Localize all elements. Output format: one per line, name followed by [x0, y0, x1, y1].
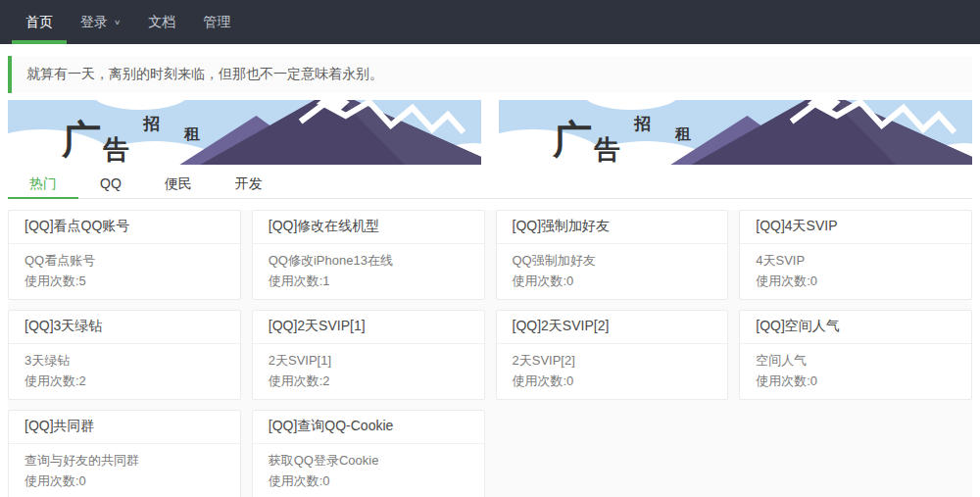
tab-qq[interactable]: QQ: [78, 169, 143, 198]
card-usage-count: 使用次数:0: [24, 471, 224, 491]
nav-item-login[interactable]: 登录 ∨: [67, 0, 134, 44]
ad-banner-illustration: 广 告 招 租: [499, 100, 972, 165]
tool-cards-panel: [QQ]看点QQ账号 QQ看点账号 使用次数:5 [QQ]修改在线机型 QQ修改…: [8, 210, 972, 497]
card-description: 2天SVIP[2]: [513, 350, 712, 371]
tab-label: 便民: [165, 175, 192, 191]
ad-banner-right[interactable]: 广 告 招 租: [499, 100, 972, 165]
card-description: 3天绿钻: [24, 350, 224, 371]
ad-banner-row: 广 告 招 租 广 告 招 租: [8, 100, 972, 165]
card-title: [QQ]看点QQ账号: [9, 211, 240, 244]
tab-label: QQ: [100, 175, 122, 191]
card-title: [QQ]3天绿钻: [9, 311, 240, 344]
card-title: [QQ]2天SVIP[1]: [253, 311, 484, 344]
card-description: 4天SVIP: [756, 250, 956, 271]
ad-banner-left[interactable]: 广 告 招 租: [8, 100, 481, 165]
category-tabs: 热门 QQ 便民 开发: [8, 169, 972, 199]
banner-char: 告: [102, 134, 129, 165]
card-title: [QQ]共同群: [9, 411, 240, 444]
nav-item-label: 文档: [148, 14, 175, 31]
card-usage-count: 使用次数:0: [513, 371, 712, 391]
card-usage-count: 使用次数:2: [24, 371, 224, 391]
tool-cards-grid: [QQ]看点QQ账号 QQ看点账号 使用次数:5 [QQ]修改在线机型 QQ修改…: [8, 210, 972, 497]
banner-char: 租: [183, 124, 200, 143]
card-title: [QQ]查询QQ-Cookie: [253, 411, 484, 444]
banner-char: 广: [552, 116, 592, 162]
banner-char: 广: [61, 116, 101, 162]
card-description: 查询与好友的共同群: [24, 450, 224, 471]
banner-char: 告: [593, 134, 620, 165]
tool-card[interactable]: [QQ]4天SVIP 4天SVIP 使用次数:0: [739, 210, 972, 300]
tab-dev[interactable]: 开发: [214, 169, 284, 198]
banner-char: 租: [674, 124, 691, 143]
card-usage-count: 使用次数:0: [513, 271, 712, 291]
card-description: 2天SVIP[1]: [269, 350, 468, 371]
card-description: QQ强制加好友: [513, 250, 712, 271]
tab-hot[interactable]: 热门: [8, 169, 78, 198]
tool-card[interactable]: [QQ]3天绿钻 3天绿钻 使用次数:2: [8, 310, 241, 400]
card-usage-count: 使用次数:1: [269, 271, 468, 291]
nav-item-label: 管理: [203, 14, 230, 31]
card-title: [QQ]4天SVIP: [740, 211, 971, 244]
card-description: QQ看点账号: [24, 250, 224, 271]
tool-card[interactable]: [QQ]共同群 查询与好友的共同群 使用次数:0: [8, 410, 241, 497]
tool-card[interactable]: [QQ]查询QQ-Cookie 获取QQ登录Cookie 使用次数:0: [252, 410, 485, 497]
nav-item-home[interactable]: 首页: [12, 0, 67, 44]
tool-card[interactable]: [QQ]修改在线机型 QQ修改iPhone13在线 使用次数:1: [252, 210, 485, 300]
banner-char: 招: [142, 114, 160, 133]
nav-item-admin[interactable]: 管理: [189, 0, 244, 44]
nav-item-label: 首页: [25, 14, 53, 31]
tool-card[interactable]: [QQ]2天SVIP[1] 2天SVIP[1] 使用次数:2: [252, 310, 485, 400]
notice-bar: 就算有一天，离别的时刻来临，但那也不一定意味着永别。: [8, 56, 972, 93]
tool-card[interactable]: [QQ]看点QQ账号 QQ看点账号 使用次数:5: [8, 210, 241, 300]
card-description: 空间人气: [756, 350, 956, 371]
tab-label: 开发: [235, 175, 263, 191]
card-title: [QQ]空间人气: [740, 311, 971, 344]
card-description: 获取QQ登录Cookie: [269, 450, 468, 471]
nav-item-label: 登录: [80, 14, 108, 31]
ad-banner-illustration: 广 告 招 租: [8, 100, 481, 165]
card-title: [QQ]2天SVIP[2]: [497, 311, 728, 344]
card-description: QQ修改iPhone13在线: [269, 250, 468, 271]
card-usage-count: 使用次数:0: [269, 471, 468, 491]
card-usage-count: 使用次数:0: [756, 371, 956, 391]
card-usage-count: 使用次数:5: [24, 271, 224, 291]
tab-convenience[interactable]: 便民: [143, 169, 214, 198]
notice-text: 就算有一天，离别的时刻来临，但那也不一定意味着永别。: [26, 66, 383, 81]
card-title: [QQ]强制加好友: [497, 211, 728, 244]
chevron-down-icon: ∨: [114, 18, 121, 25]
card-usage-count: 使用次数:0: [756, 271, 956, 291]
banner-char: 招: [633, 114, 651, 133]
tab-label: 热门: [29, 175, 57, 191]
tool-card[interactable]: [QQ]强制加好友 QQ强制加好友 使用次数:0: [496, 210, 729, 300]
card-usage-count: 使用次数:2: [269, 371, 468, 391]
tool-card[interactable]: [QQ]空间人气 空间人气 使用次数:0: [739, 310, 972, 400]
card-title: [QQ]修改在线机型: [253, 211, 484, 244]
nav-item-docs[interactable]: 文档: [134, 0, 189, 44]
top-navigation: 首页 登录 ∨ 文档 管理: [0, 0, 980, 44]
tool-card[interactable]: [QQ]2天SVIP[2] 2天SVIP[2] 使用次数:0: [496, 310, 729, 400]
